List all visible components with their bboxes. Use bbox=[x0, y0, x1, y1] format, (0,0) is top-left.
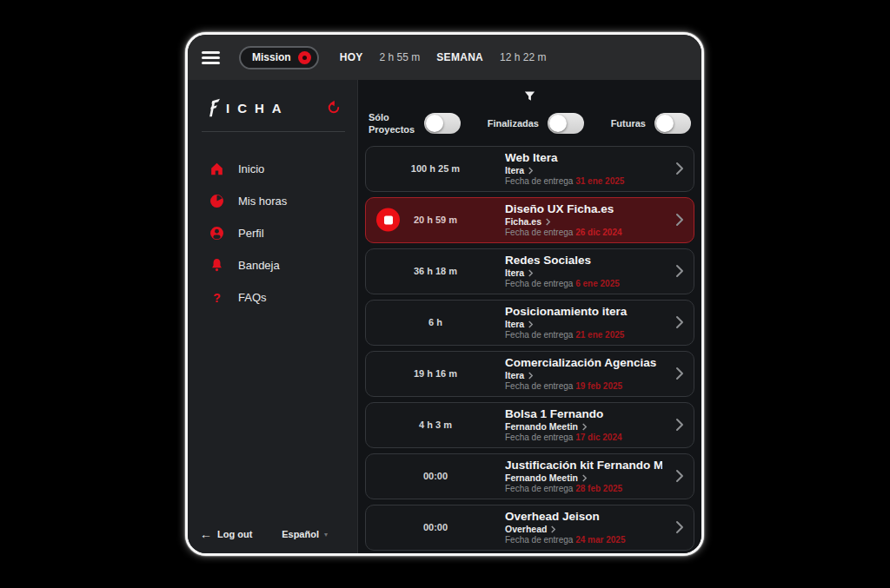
week-time-value: 12 h 22 m bbox=[500, 51, 546, 63]
task-time-zone: 19 h 16 m bbox=[366, 352, 505, 396]
task-delivery: Fecha de entrega 19 feb 2025 bbox=[505, 381, 662, 391]
task-info: Comercialización Agencias Itera Fecha de… bbox=[505, 356, 666, 391]
client-name: Fernando Meetin bbox=[505, 421, 578, 432]
topbar: Mission HOY 2 h 55 m SEMANA 12 h 22 m bbox=[188, 35, 701, 80]
client-name: Overhead bbox=[505, 524, 547, 534]
sidebar-item-perfil[interactable]: Perfil bbox=[188, 217, 357, 249]
task-client: Itera bbox=[505, 268, 662, 278]
finalizadas-toggle[interactable] bbox=[548, 113, 584, 134]
task-time-zone: 00:00 bbox=[366, 505, 505, 550]
chevron-right-icon[interactable] bbox=[666, 315, 694, 329]
task-row[interactable]: 4 h 3 m Bolsa 1 Fernando Fernando Meetin… bbox=[365, 402, 694, 448]
chevron-right-icon[interactable] bbox=[666, 213, 694, 227]
sidebar-item-bandeja[interactable]: Bandeja bbox=[188, 249, 357, 281]
client-name: Ficha.es bbox=[505, 216, 541, 227]
task-row[interactable]: 100 h 25 m Web Itera Itera Fecha de entr… bbox=[365, 146, 694, 192]
toggle-label: Finalizadas bbox=[488, 117, 539, 129]
task-time: 19 h 16 m bbox=[414, 368, 457, 379]
task-client: Itera bbox=[505, 319, 662, 329]
delivery-label: Fecha de entrega bbox=[505, 535, 573, 545]
task-row[interactable]: 19 h 16 m Comercialización Agencias Iter… bbox=[365, 351, 694, 397]
task-title: Bolsa 1 Fernando bbox=[505, 407, 662, 420]
task-delivery: Fecha de entrega 6 ene 2025 bbox=[505, 279, 662, 288]
delivery-label: Fecha de entrega bbox=[505, 228, 573, 237]
record-icon[interactable] bbox=[298, 51, 311, 64]
client-name: Itera bbox=[505, 370, 524, 380]
delivery-label: Fecha de entrega bbox=[505, 330, 573, 340]
sidebar-item-label: Inicio bbox=[238, 162, 264, 175]
task-info: Redes Sociales Itera Fecha de entrega 6 … bbox=[505, 254, 666, 288]
filter-funnel-icon[interactable] bbox=[523, 89, 536, 102]
task-list: 100 h 25 m Web Itera Itera Fecha de entr… bbox=[358, 136, 701, 551]
toggle-group-finalizadas: Finalizadas bbox=[488, 113, 584, 134]
task-title: Web Itera bbox=[505, 151, 662, 164]
task-title: Overhead Jeison bbox=[505, 510, 662, 523]
bell-icon bbox=[209, 257, 225, 274]
client-chevron-icon bbox=[581, 423, 588, 431]
logout-button[interactable]: ← Log out bbox=[200, 528, 252, 540]
task-row[interactable]: 00:00 Overhead Jeison Overhead Fecha de … bbox=[365, 505, 694, 551]
task-delivery: Fecha de entrega 24 mar 2025 bbox=[505, 535, 662, 545]
task-time-zone: 36 h 18 m bbox=[366, 249, 505, 294]
sidebar-item-faqs[interactable]: ? FAQs bbox=[188, 281, 357, 314]
chevron-right-icon[interactable] bbox=[666, 520, 694, 534]
task-info: Bolsa 1 Fernando Fernando Meetin Fecha d… bbox=[505, 407, 666, 442]
mission-timer-pill[interactable]: Mission bbox=[239, 46, 319, 69]
task-time: 00:00 bbox=[423, 522, 448, 532]
task-time-zone: 6 h bbox=[366, 301, 505, 345]
chevron-right-icon[interactable] bbox=[666, 264, 694, 278]
task-row[interactable]: 00:00 Justificación kit Fernando Mee Fer… bbox=[365, 453, 694, 499]
language-selector[interactable]: Español ▾ bbox=[282, 529, 328, 539]
task-time: 00:00 bbox=[423, 471, 448, 481]
delivery-date: 31 ene 2025 bbox=[575, 176, 624, 186]
sidebar: ICHA Inicio bbox=[188, 80, 358, 553]
client-name: Itera bbox=[505, 165, 524, 175]
chevron-right-icon[interactable] bbox=[666, 162, 694, 175]
toggle-label: Futuras bbox=[611, 117, 646, 129]
task-delivery: Fecha de entrega 17 dic 2024 bbox=[505, 433, 662, 442]
sidebar-divider bbox=[202, 131, 345, 132]
menu-icon[interactable] bbox=[202, 51, 220, 64]
sidebar-item-label: Perfil bbox=[238, 227, 264, 240]
task-row[interactable]: 6 h Posicionamiento itera Itera Fecha de… bbox=[365, 300, 694, 346]
delivery-label: Fecha de entrega bbox=[505, 381, 573, 391]
sidebar-item-mis-horas[interactable]: Mis horas bbox=[188, 185, 357, 217]
task-title: Justificación kit Fernando Mee bbox=[505, 459, 662, 472]
client-chevron-icon bbox=[528, 372, 534, 380]
task-time: 6 h bbox=[428, 317, 442, 327]
task-client: Fernando Meetin bbox=[505, 472, 662, 483]
task-info: Diseño UX Ficha.es Ficha.es Fecha de ent… bbox=[505, 202, 666, 237]
home-icon bbox=[209, 161, 225, 177]
task-time: 4 h 3 m bbox=[419, 420, 452, 430]
chevron-right-icon[interactable] bbox=[666, 418, 694, 432]
person-icon bbox=[209, 225, 225, 241]
chevron-right-icon[interactable] bbox=[666, 469, 694, 483]
task-delivery: Fecha de entrega 31 ene 2025 bbox=[505, 176, 662, 186]
task-client: Itera bbox=[505, 370, 662, 380]
stop-timer-button[interactable] bbox=[376, 208, 400, 232]
today-time-value: 2 h 55 m bbox=[380, 51, 421, 63]
task-time-zone: 4 h 3 m bbox=[366, 403, 505, 447]
task-title: Posicionamiento itera bbox=[505, 305, 662, 318]
delivery-label: Fecha de entrega bbox=[505, 484, 573, 493]
futuras-toggle[interactable] bbox=[654, 113, 691, 134]
sidebar-item-label: FAQs bbox=[238, 291, 267, 304]
toggle-label: Sólo Proyectos bbox=[369, 111, 415, 136]
ficha-logo-f-icon bbox=[203, 97, 220, 118]
client-name: Itera bbox=[505, 268, 524, 278]
refresh-icon[interactable] bbox=[326, 100, 342, 116]
logo-text: ICHA bbox=[226, 101, 289, 116]
toggle-knob bbox=[656, 115, 674, 132]
task-time-zone: 00:00 bbox=[366, 454, 505, 499]
sidebar-item-inicio[interactable]: Inicio bbox=[188, 153, 357, 185]
task-row[interactable]: 20 h 59 m Diseño UX Ficha.es Ficha.es Fe… bbox=[365, 197, 694, 243]
client-chevron-icon bbox=[528, 167, 534, 175]
app-window: Mission HOY 2 h 55 m SEMANA 12 h 22 m bbox=[185, 32, 704, 556]
solo-proyectos-toggle[interactable] bbox=[424, 113, 461, 134]
task-info: Posicionamiento itera Itera Fecha de ent… bbox=[505, 305, 666, 340]
task-client: Itera bbox=[505, 165, 662, 175]
chevron-right-icon[interactable] bbox=[666, 367, 694, 380]
delivery-date: 6 ene 2025 bbox=[575, 279, 620, 288]
toggle-knob bbox=[549, 115, 567, 132]
task-row[interactable]: 36 h 18 m Redes Sociales Itera Fecha de … bbox=[365, 248, 694, 294]
